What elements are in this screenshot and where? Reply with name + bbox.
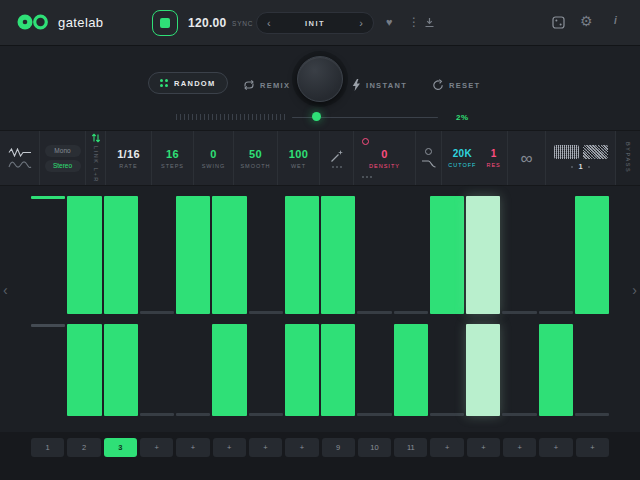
pattern-slot-12[interactable]: +	[430, 438, 463, 457]
infinity-icon[interactable]: ∞	[520, 150, 532, 167]
stereo-button[interactable]: Stereo	[45, 160, 81, 172]
lane1-step-8[interactable]	[284, 196, 320, 314]
cutoff-value[interactable]: 20K	[453, 148, 472, 159]
lane1-step-13[interactable]	[465, 196, 501, 314]
lane1-step-9[interactable]	[320, 196, 356, 314]
preset-prev-button[interactable]: ‹	[267, 18, 271, 29]
main-knob[interactable]	[297, 56, 343, 102]
seed-prev-dots[interactable]	[571, 166, 573, 168]
lane1-step-1[interactable]	[30, 196, 66, 314]
filter-values-cell: 20K CUTOFF 1 RES	[442, 131, 508, 185]
rate-value[interactable]: 1/16	[117, 148, 140, 160]
random-mode-button[interactable]: RANDOM	[148, 72, 228, 94]
lane2-step-13[interactable]	[465, 324, 501, 416]
slider-tick	[208, 114, 209, 120]
sync-toggle[interactable]: SYNC	[232, 20, 253, 27]
lane1-step-12[interactable]	[429, 196, 465, 314]
pattern-slot-5[interactable]: +	[176, 438, 209, 457]
gate-bar	[104, 196, 138, 314]
reset-button[interactable]: RESET	[432, 79, 481, 91]
lane1-step-3[interactable]	[103, 196, 139, 314]
lane2-step-14[interactable]	[501, 324, 537, 416]
pattern-slot-8[interactable]: +	[285, 438, 318, 457]
res-value[interactable]: 1	[491, 148, 497, 159]
settings-gear-icon[interactable]: ⚙	[580, 14, 593, 28]
lane2-step-10[interactable]	[356, 324, 392, 416]
lowpass-curve-icon[interactable]	[421, 158, 437, 168]
lane1-step-4[interactable]	[139, 196, 175, 314]
density-value[interactable]: 0	[381, 148, 387, 160]
lane2-step-15[interactable]	[538, 324, 574, 416]
sequencer-scroll-left-icon[interactable]: ‹	[3, 282, 8, 298]
lane2-step-5[interactable]	[175, 324, 211, 416]
save-download-icon[interactable]	[424, 17, 435, 28]
lane1-step-2[interactable]	[66, 196, 102, 314]
pattern-slot-9[interactable]: 9	[322, 438, 355, 457]
preset-name[interactable]: INIT	[305, 19, 325, 28]
pattern-slot-11[interactable]: 11	[394, 438, 427, 457]
steps-value[interactable]: 16	[166, 148, 179, 160]
waveform-b-icon[interactable]	[8, 160, 32, 169]
preset-menu-icon[interactable]: ⋮	[408, 16, 420, 28]
lane2-step-11[interactable]	[393, 324, 429, 416]
remix-button[interactable]: REMIX	[243, 79, 290, 91]
lane1-step-5[interactable]	[175, 196, 211, 314]
lane2-step-16[interactable]	[574, 324, 610, 416]
lane1-step-15[interactable]	[538, 196, 574, 314]
pattern-slot-10[interactable]: 10	[358, 438, 391, 457]
swing-value[interactable]: 0	[210, 148, 216, 160]
pattern-slot-15[interactable]: +	[539, 438, 572, 457]
seed-number[interactable]: 1	[578, 162, 582, 171]
lane1-step-7[interactable]	[248, 196, 284, 314]
lane2-step-6[interactable]	[211, 324, 247, 416]
bpm-display[interactable]: 120.00	[188, 16, 227, 30]
smooth-value[interactable]: 50	[249, 148, 262, 160]
variation-slider-handle[interactable]	[312, 112, 321, 121]
mono-button[interactable]: Mono	[45, 145, 81, 157]
gate-bar	[67, 196, 101, 314]
density-dice-icon[interactable]	[362, 176, 372, 178]
wet-value[interactable]: 100	[289, 148, 308, 160]
lane2-step-7[interactable]	[248, 324, 284, 416]
pattern-slot-16[interactable]: +	[576, 438, 609, 457]
lightning-icon	[352, 79, 361, 91]
bypass-toggle[interactable]: BYPASS	[625, 142, 631, 173]
info-icon[interactable]: i	[614, 16, 617, 26]
pattern-slot-2[interactable]: 2	[67, 438, 100, 457]
lane1-step-14[interactable]	[501, 196, 537, 314]
dice-random-icon[interactable]	[552, 16, 565, 29]
pattern-slot-13[interactable]: +	[467, 438, 500, 457]
lane2-step-12[interactable]	[429, 324, 465, 416]
magic-wand-icon[interactable]	[330, 149, 344, 163]
pattern-slot-7[interactable]: +	[249, 438, 282, 457]
instant-button[interactable]: INSTANT	[352, 79, 407, 91]
lane2-step-8[interactable]	[284, 324, 320, 416]
lane1-step-11[interactable]	[393, 196, 429, 314]
waveform-a-icon[interactable]	[8, 148, 32, 157]
lane1-step-6[interactable]	[211, 196, 247, 314]
lane2-step-3[interactable]	[103, 324, 139, 416]
lane2-step-1[interactable]	[30, 324, 66, 416]
pattern-slot-6[interactable]: +	[213, 438, 246, 457]
pattern-slot-3[interactable]: 3	[104, 438, 137, 457]
pattern-slot-1[interactable]: 1	[31, 438, 64, 457]
lane2-step-4[interactable]	[139, 324, 175, 416]
filter-knob-icon[interactable]	[425, 148, 432, 155]
pattern-slot-14[interactable]: +	[503, 438, 536, 457]
seed-swatch-1[interactable]	[554, 145, 579, 159]
link-arrows-icon[interactable]	[91, 133, 101, 143]
density-circle-icon[interactable]	[362, 138, 369, 145]
lane1-step-16[interactable]	[574, 196, 610, 314]
lane1-step-10[interactable]	[356, 196, 392, 314]
gate-bar	[212, 196, 246, 314]
swing-label: SWING	[202, 163, 226, 169]
preset-next-button[interactable]: ›	[359, 18, 363, 29]
pattern-slot-4[interactable]: +	[140, 438, 173, 457]
favorite-heart-icon[interactable]: ♥	[386, 17, 393, 28]
transport-stop-button[interactable]	[152, 10, 178, 36]
seed-swatch-2[interactable]	[583, 145, 608, 159]
seed-next-dots[interactable]	[588, 166, 590, 168]
lane2-step-9[interactable]	[320, 324, 356, 416]
lane2-step-2[interactable]	[66, 324, 102, 416]
sequencer-scroll-right-icon[interactable]: ›	[632, 282, 637, 298]
